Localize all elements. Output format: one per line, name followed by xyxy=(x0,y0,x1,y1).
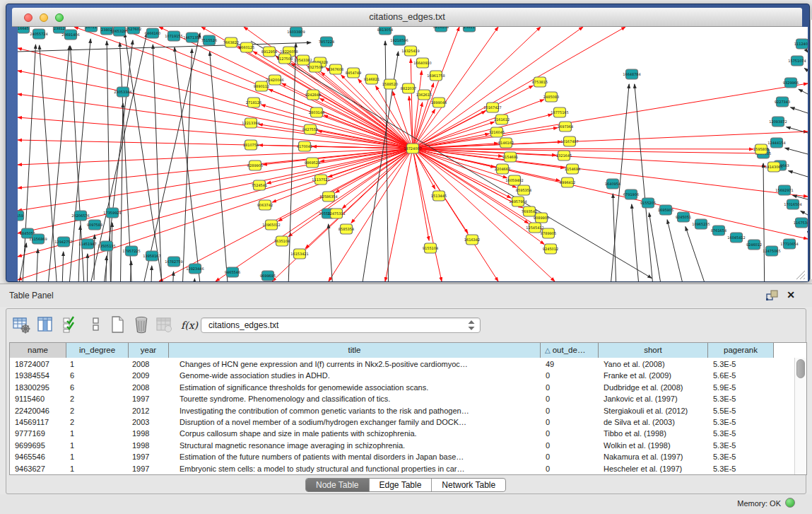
table-row[interactable]: 969969511998Structural magnetic resonanc… xyxy=(10,440,806,451)
graph-node[interactable]: 9155205 xyxy=(640,198,656,208)
graph-node[interactable]: 1154694 xyxy=(565,164,580,174)
graph-node[interactable]: 19218596 xyxy=(390,35,408,45)
graph-node[interactable]: 16645 xyxy=(18,27,30,33)
column-header-title[interactable]: title xyxy=(169,343,541,358)
graph-node[interactable]: 7515526 xyxy=(201,35,217,45)
column-header-year[interactable]: year xyxy=(129,343,169,358)
graph-node[interactable]: 13958167 xyxy=(143,251,160,261)
graph-node[interactable]: 8146162 xyxy=(498,138,514,148)
close-panel-icon[interactable]: ✕ xyxy=(784,288,797,301)
column-header-name[interactable]: name xyxy=(10,343,66,358)
table-row[interactable]: 946362711997Embryonic stem cells: a mode… xyxy=(10,463,806,474)
graph-node[interactable]: 16033809 xyxy=(287,27,305,37)
table-row[interactable]: 946554611997Estimation of the future num… xyxy=(10,451,806,462)
graph-node[interactable]: 1513445 xyxy=(431,191,447,201)
graph-node[interactable]: 39159 xyxy=(18,211,24,221)
graph-node[interactable]: 8595354 xyxy=(516,185,531,195)
graph-node[interactable]: 23811 xyxy=(464,27,476,32)
graph-node[interactable]: 1899044 xyxy=(431,98,447,107)
delete-rows-icon[interactable] xyxy=(132,315,152,335)
close-window-button[interactable] xyxy=(24,13,33,22)
graph-node[interactable]: 12923446 xyxy=(186,264,204,274)
graph-node[interactable]: 12093872 xyxy=(769,117,787,127)
network-canvas[interactable]: 1664524055724238122069140616711238021065… xyxy=(18,27,808,281)
graph-node[interactable]: 1810754 xyxy=(243,140,259,150)
graph-node[interactable]: 16961758 xyxy=(427,71,445,81)
graph-node[interactable]: 9242848 xyxy=(305,90,321,100)
graph-node[interactable]: 9127508 xyxy=(277,54,293,64)
graph-node[interactable]: 9699695 xyxy=(260,271,276,281)
graph-node[interactable]: 23053346 xyxy=(114,87,131,97)
graph-node[interactable]: 9063742 xyxy=(257,200,273,210)
graph-node[interactable]: 12213394 xyxy=(242,118,259,128)
graph-node[interactable]: 17016504 xyxy=(784,199,801,209)
graph-node[interactable]: 7524541 xyxy=(252,180,267,190)
graph-node[interactable]: 9245012 xyxy=(543,244,558,254)
graph-node[interactable]: 9869523 xyxy=(305,158,320,168)
graph-node[interactable]: 12475065 xyxy=(763,246,780,256)
graph-node[interactable]: 20206576 xyxy=(71,211,89,221)
graph-node[interactable]: 10965235 xyxy=(692,219,710,229)
table-row[interactable]: 1872400712008Changes of HCN gene express… xyxy=(10,358,806,370)
graph-node[interactable]: 11451947 xyxy=(78,239,96,249)
graph-node[interactable]: 14671358 xyxy=(183,33,201,42)
graph-node[interactable]: 24055724 xyxy=(30,29,47,39)
graph-node[interactable]: 12942757 xyxy=(54,237,72,247)
graph-node[interactable]: 1321645 xyxy=(556,151,572,160)
column-header-pagerank[interactable]: pagerank xyxy=(708,343,774,358)
graph-node[interactable]: 9089905 xyxy=(534,213,549,223)
scrollbar-thumb[interactable] xyxy=(796,359,805,378)
graph-node[interactable]: 3216045 xyxy=(489,127,505,137)
show-columns-icon[interactable] xyxy=(36,315,56,335)
select-rows-icon[interactable] xyxy=(61,315,81,335)
graph-node[interactable]: 15751074 xyxy=(788,56,806,66)
graph-node[interactable]: 16711 xyxy=(86,27,98,32)
graph-node[interactable]: 9329966 xyxy=(783,78,799,88)
column-header-short[interactable]: short xyxy=(599,343,708,358)
table-settings-icon[interactable] xyxy=(12,315,32,335)
tab-network-table[interactable]: Network Table xyxy=(432,479,505,492)
graph-node[interactable]: 16782759 xyxy=(165,257,182,267)
graph-node[interactable]: 16045412 xyxy=(727,233,745,243)
graph-node[interactable]: 9155104 xyxy=(423,243,438,253)
graph-node[interactable]: 15692971 xyxy=(775,185,793,195)
graph-node[interactable]: 2803144 xyxy=(309,107,324,117)
graph-node[interactable]: 9146821 xyxy=(364,74,379,84)
graph-node[interactable]: 9227343 xyxy=(775,97,790,107)
table-row[interactable]: 977716911998Corpus callosum shape and si… xyxy=(10,428,806,439)
tab-edge-table[interactable]: Edge Table xyxy=(370,479,433,492)
column-header-out_degree[interactable]: △out_de… xyxy=(541,343,599,358)
function-builder-icon[interactable]: f(x) xyxy=(179,315,200,335)
graph-node[interactable]: 8822037 xyxy=(401,83,416,93)
graph-node[interactable]: 13505135 xyxy=(98,241,115,251)
vertical-scrollbar[interactable] xyxy=(794,358,806,474)
graph-node[interactable]: 16059492 xyxy=(505,175,523,185)
graph-node[interactable]: 8289905 xyxy=(247,160,263,170)
graph-node[interactable]: 8912954 xyxy=(261,47,277,57)
table-row[interactable]: 911546021997Tourette syndrome. Phenomeno… xyxy=(10,393,806,404)
graph-node[interactable]: 8585354 xyxy=(339,224,354,234)
graph-node[interactable]: 1161612 xyxy=(494,115,510,124)
graph-node[interactable]: 7635104 xyxy=(274,236,290,246)
zoom-window-button[interactable] xyxy=(55,13,64,22)
row-height-icon[interactable] xyxy=(87,315,107,335)
graph-node[interactable]: 1640954 xyxy=(605,179,620,189)
graph-node[interactable]: 10167427 xyxy=(483,103,501,112)
graph-node[interactable]: 1112404 xyxy=(794,39,808,49)
graph-node[interactable]: 9097588 xyxy=(87,220,102,230)
graph-node[interactable]: 1697364 xyxy=(558,122,573,132)
graph-node[interactable]: 11137521 xyxy=(312,175,329,185)
column-header-in_degree[interactable]: in_degree xyxy=(66,343,129,358)
minimize-window-button[interactable] xyxy=(40,13,48,22)
graph-node[interactable]: 9890112 xyxy=(254,81,269,91)
graph-node[interactable]: 8416104 xyxy=(433,27,449,32)
graph-node[interactable]: 9660125 xyxy=(239,42,254,52)
table-row[interactable]: 1456911722003Disruption of a novel membe… xyxy=(10,416,806,428)
graph-node[interactable]: 4170041 xyxy=(297,141,312,151)
graph-node[interactable]: 1588520 xyxy=(382,79,398,89)
graph-node[interactable]: 9246012 xyxy=(746,240,762,250)
graph-node[interactable]: 8761654 xyxy=(711,226,726,235)
graph-node[interactable]: 9245051 xyxy=(676,212,691,222)
graph-node[interactable]: 2367608 xyxy=(328,64,343,74)
table-row[interactable]: 2242004622012Investigating the contribut… xyxy=(10,405,806,416)
